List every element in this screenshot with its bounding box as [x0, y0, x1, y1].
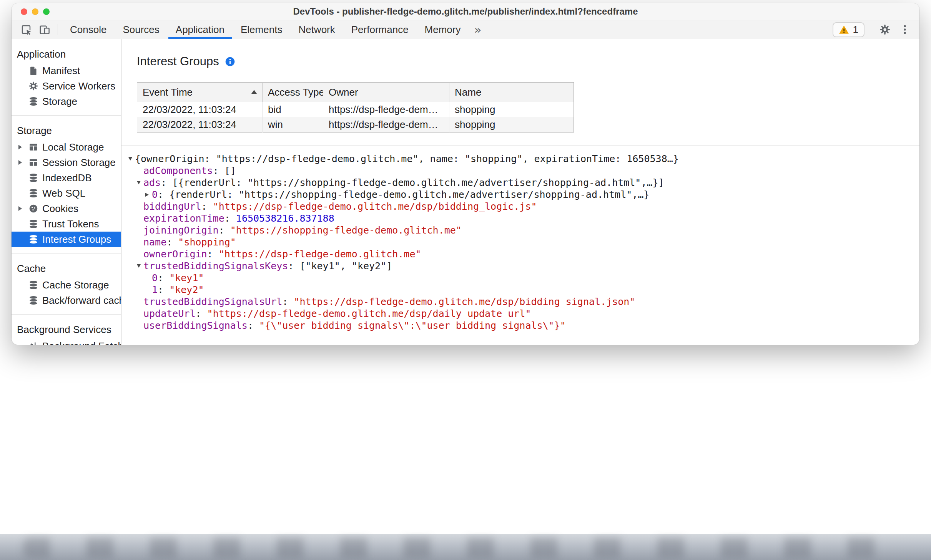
minimize-window-button[interactable]	[32, 8, 38, 15]
table-row[interactable]: 22/03/2022, 11:03:24winhttps://dsp-fledg…	[137, 117, 574, 133]
more-tabs-button[interactable]: »	[469, 20, 487, 39]
sidebar-item-interest-groups[interactable]: Interest Groups	[12, 232, 121, 247]
tree-row[interactable]: 1: "key2"	[128, 284, 919, 296]
inspect-element-button[interactable]	[17, 20, 35, 39]
cell-owner: https://dsp-fledge-demo.glitch.me	[323, 102, 449, 118]
sidebar-item-storage[interactable]: Storage	[12, 94, 121, 109]
tree-text: : ["key1", "key2"]	[288, 260, 392, 272]
tree-row[interactable]: ownerOrigin: "https://dsp-fledge-demo.gl…	[128, 248, 919, 260]
tree-row[interactable]: expirationTime: 1650538216.837188	[128, 212, 919, 224]
gear-icon	[28, 81, 38, 91]
sidebar-item-back-forward-cach[interactable]: Back/forward cach	[12, 293, 121, 308]
gear-icon	[879, 24, 891, 35]
menu-button[interactable]	[896, 24, 914, 35]
sidebar-item-label: Trust Tokens	[42, 218, 99, 230]
tree-string-value: "key2"	[169, 284, 204, 295]
sidebar-item-cache-storage[interactable]: Cache Storage	[12, 277, 121, 293]
window-controls	[21, 3, 50, 20]
database-icon	[28, 295, 38, 305]
tab-elements[interactable]: Elements	[233, 20, 290, 39]
panel-tabs: ConsoleSourcesApplicationElementsNetwork…	[62, 20, 469, 39]
issues-badge[interactable]: 1	[833, 22, 864, 37]
fetch-icon	[28, 341, 38, 345]
toolbar-separator	[58, 24, 58, 35]
tree-expander-open-icon[interactable]	[128, 157, 135, 161]
tree-row[interactable]: updateUrl: "https://dsp-fledge-demo.glit…	[128, 308, 919, 320]
json-tree: {ownerOrigin: "https://dsp-fledge-demo.g…	[121, 146, 919, 345]
sidebar-item-label: Manifest	[42, 65, 80, 77]
tree-text: : []	[213, 165, 236, 176]
database-icon	[28, 280, 38, 290]
expand-arrow-icon[interactable]	[18, 145, 28, 149]
tree-text: :	[201, 201, 213, 212]
tree-row[interactable]: {ownerOrigin: "https://dsp-fledge-demo.g…	[128, 153, 919, 165]
device-toolbar-icon	[39, 24, 50, 35]
issues-count: 1	[853, 24, 858, 36]
tab-console[interactable]: Console	[62, 20, 115, 39]
tree-text: :	[219, 225, 230, 236]
sidebar-item-manifest[interactable]: Manifest	[12, 63, 121, 78]
tab-application[interactable]: Application	[168, 20, 233, 39]
tab-performance[interactable]: Performance	[343, 20, 417, 39]
tree-text: :	[158, 284, 169, 295]
sidebar-item-local-storage[interactable]: Local Storage	[12, 139, 121, 155]
tree-row[interactable]: trustedBiddingSignalsUrl: "https://dsp-f…	[128, 296, 919, 308]
tree-text: : [{renderUrl: "https://shopping-fledge-…	[161, 177, 664, 188]
expand-arrow-icon[interactable]	[18, 206, 28, 211]
tree-row[interactable]: ads: [{renderUrl: "https://shopping-fled…	[128, 177, 919, 189]
tree-expander-open-icon[interactable]	[137, 181, 143, 184]
tree-key: joiningOrigin	[143, 225, 219, 236]
zoom-window-button[interactable]	[43, 8, 50, 15]
sidebar-item-indexeddb[interactable]: IndexedDB	[12, 170, 121, 186]
tree-key: adComponents	[143, 165, 213, 176]
settings-button[interactable]	[876, 24, 894, 35]
expand-arrow-icon[interactable]	[18, 160, 28, 165]
sidebar-item-label: Back/forward cach	[42, 295, 121, 307]
sidebar-item-service-workers[interactable]: Service Workers	[12, 78, 121, 94]
tree-row[interactable]: adComponents: []	[128, 165, 919, 177]
tree-row[interactable]: joiningOrigin: "https://shopping-fledge-…	[128, 224, 919, 236]
cell-name: shopping	[449, 117, 574, 133]
tree-expander-open-icon[interactable]	[137, 264, 143, 268]
sidebar-item-cookies[interactable]: Cookies	[12, 201, 121, 216]
tree-string-value: "https://dsp-fledge-demo.glitch.me"	[219, 249, 421, 260]
tab-sources[interactable]: Sources	[115, 20, 167, 39]
info-icon[interactable]	[225, 56, 235, 67]
sidebar-item-web-sql[interactable]: Web SQL	[12, 186, 121, 201]
sidebar-item-background-fetch[interactable]: Background Fetch	[12, 338, 121, 345]
sidebar-item-session-storage[interactable]: Session Storage	[12, 155, 121, 170]
table-row[interactable]: 22/03/2022, 11:03:24bidhttps://dsp-fledg…	[137, 102, 574, 118]
device-toolbar-button[interactable]	[35, 20, 54, 39]
tree-key: userBiddingSignals	[143, 320, 248, 331]
column-header-access-type[interactable]: Access Type	[263, 83, 323, 102]
tree-row[interactable]: userBiddingSignals: "{\"user_bidding_sig…	[128, 320, 919, 331]
tree-row[interactable]: 0: "key1"	[128, 272, 919, 284]
tab-memory[interactable]: Memory	[417, 20, 469, 39]
cookie-icon	[28, 204, 38, 214]
title-bar[interactable]: DevTools - publisher-fledge-demo.glitch.…	[12, 3, 919, 20]
column-header-event-time[interactable]: Event Time	[137, 83, 263, 102]
sidebar-item-label: Storage	[42, 96, 77, 108]
window-title: DevTools - publisher-fledge-demo.glitch.…	[293, 6, 638, 17]
interest-groups-table: Event TimeAccess TypeOwnerName22/03/2022…	[137, 82, 574, 133]
tree-row[interactable]: trustedBiddingSignalsKeys: ["key1", "key…	[128, 260, 919, 272]
tree-key: 0	[152, 272, 158, 283]
tab-network[interactable]: Network	[290, 20, 343, 39]
application-sidebar: ApplicationManifestService WorkersStorag…	[12, 39, 121, 345]
column-header-owner[interactable]: Owner	[323, 83, 449, 102]
table-icon	[28, 142, 38, 152]
tree-number-value: 1650538216.837188	[236, 213, 334, 224]
tree-row[interactable]: biddingUrl: "https://dsp-fledge-demo.gli…	[128, 200, 919, 212]
tree-key: trustedBiddingSignalsUrl	[143, 296, 282, 307]
tree-row[interactable]: 0: {renderUrl: "https://shopping-fledge-…	[128, 189, 919, 200]
tree-string-value: "https://shopping-fledge-demo.glitch.me"	[230, 225, 462, 236]
sidebar-item-label: Local Storage	[42, 141, 104, 153]
close-window-button[interactable]	[21, 8, 27, 15]
column-header-name[interactable]: Name	[449, 83, 574, 102]
database-icon	[28, 96, 38, 106]
tree-expander-closed-icon[interactable]	[145, 193, 152, 197]
sidebar-item-trust-tokens[interactable]: Trust Tokens	[12, 216, 121, 232]
sidebar-section-header: Background Services	[12, 321, 121, 338]
tree-row[interactable]: name: "shopping"	[128, 236, 919, 248]
sidebar-section-cache: CacheCache StorageBack/forward cach	[12, 253, 121, 315]
